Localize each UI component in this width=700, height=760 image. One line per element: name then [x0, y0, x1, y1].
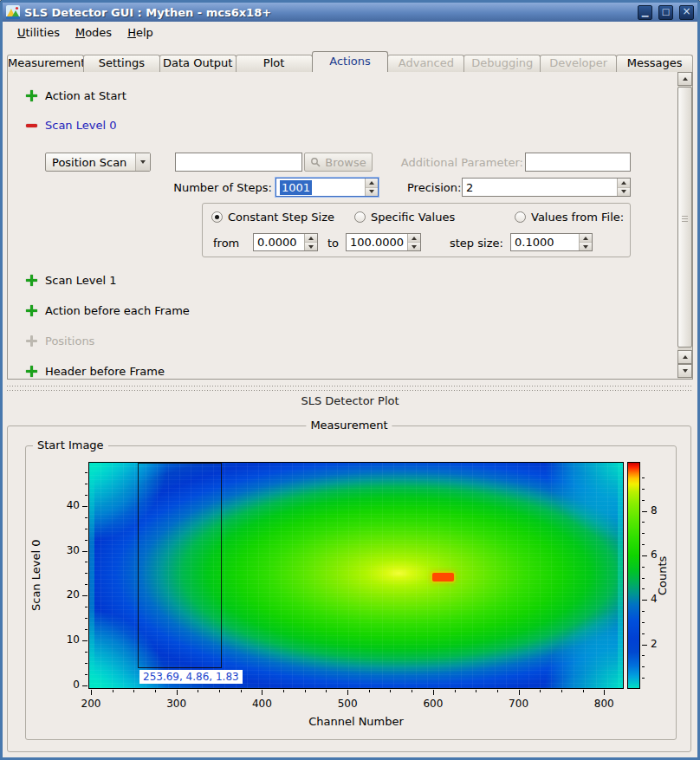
- scan-mode-select[interactable]: Position Scan: [45, 153, 151, 172]
- start-image-groupbox: Start Image Scan Level 0 010203040 253.6…: [25, 445, 677, 740]
- specific-values-radio[interactable]: Specific Values: [354, 211, 455, 224]
- collapse-scan-level-0-icon[interactable]: [26, 120, 37, 131]
- scroll-up-button[interactable]: [677, 72, 692, 86]
- tick-mark: [113, 690, 113, 692]
- tab-data-output[interactable]: Data Output: [159, 55, 237, 72]
- tab-actions[interactable]: Actions: [312, 51, 389, 72]
- number-of-steps-spinbox[interactable]: 1001: [275, 178, 379, 197]
- tick-label: 500: [334, 698, 361, 710]
- tab-measurement[interactable]: Measurement: [7, 55, 84, 72]
- menu-help[interactable]: Help: [120, 24, 161, 41]
- tick-mark: [369, 690, 370, 692]
- menubar: Utilities Modes Help: [3, 22, 697, 42]
- precision-spinbox[interactable]: 2: [462, 178, 631, 197]
- from-label: from: [213, 237, 239, 250]
- tick-mark: [219, 690, 220, 692]
- precision-value: 2: [463, 181, 617, 194]
- spin-down-button[interactable]: [580, 243, 592, 250]
- actions-pane: Action at Start Scan Level 0 Position Sc…: [7, 71, 693, 380]
- maximize-button[interactable]: □: [658, 5, 673, 20]
- tab-bar: Measurement Settings Data Output Plot Ac…: [7, 51, 693, 72]
- expand-header-before-frame-icon[interactable]: [26, 366, 37, 377]
- header-before-frame-label: Header before Frame: [45, 365, 165, 378]
- heatmap-plot[interactable]: 253.69, 4.86, 1.83: [88, 462, 624, 689]
- tab-advanced: Advanced: [387, 55, 464, 72]
- minimize-button[interactable]: ▁: [638, 5, 652, 20]
- tick-label: 300: [163, 698, 191, 710]
- spin-down-button[interactable]: [366, 188, 378, 197]
- expand-positions-icon: [26, 335, 37, 347]
- additional-parameter-input[interactable]: [525, 153, 631, 172]
- tick-mark: [642, 678, 645, 679]
- tick-mark: [347, 690, 348, 695]
- tick-mark: [412, 690, 412, 692]
- scan-script-input[interactable]: [175, 153, 302, 172]
- tick-mark: [455, 690, 456, 692]
- tick-mark: [82, 551, 88, 552]
- step-size-spinbox[interactable]: 0.1000: [510, 233, 593, 251]
- tick-mark: [85, 573, 88, 574]
- to-spinbox[interactable]: 100.0000: [346, 233, 421, 251]
- spin-down-button[interactable]: [408, 243, 420, 250]
- tab-messages[interactable]: Messages: [616, 55, 693, 72]
- step-options-groupbox: Constant Step Size Specific Values Value…: [202, 203, 631, 257]
- tick-mark: [390, 690, 391, 692]
- tick-mark: [85, 652, 88, 653]
- expand-action-at-start-icon[interactable]: [26, 90, 37, 101]
- tick-mark: [642, 489, 645, 490]
- constant-step-size-label: Constant Step Size: [228, 211, 334, 224]
- spin-down-button[interactable]: [305, 243, 317, 250]
- scroll-down-button[interactable]: [677, 364, 692, 378]
- expand-action-before-frame-icon[interactable]: [26, 305, 37, 316]
- menu-utilities[interactable]: Utilities: [10, 24, 68, 41]
- titlebar[interactable]: SLS Detector GUI : Mythen - mcs6x18+ ▁ □…: [3, 3, 697, 22]
- tick-mark: [642, 633, 645, 634]
- tick-label: 30: [67, 544, 80, 556]
- number-of-steps-value: 1001: [280, 180, 312, 195]
- spin-up-button[interactable]: [408, 234, 420, 243]
- spin-up-button[interactable]: [618, 179, 630, 188]
- spin-up-button[interactable]: [366, 179, 378, 188]
- scroll-up-button-2[interactable]: [677, 350, 692, 364]
- expand-scan-level-1-icon[interactable]: [26, 275, 37, 286]
- tick-label: 800: [590, 698, 618, 710]
- tick-mark: [642, 645, 647, 646]
- radio-circle: [354, 211, 366, 223]
- values-from-file-radio[interactable]: Values from File:: [515, 211, 624, 224]
- tab-settings[interactable]: Settings: [83, 55, 160, 72]
- tick-mark: [85, 472, 88, 473]
- colorbar-title: Counts: [656, 462, 669, 689]
- tick-mark: [561, 690, 562, 692]
- tick-mark: [85, 529, 88, 529]
- tick-mark: [497, 690, 498, 692]
- spin-down-button[interactable]: [618, 188, 630, 197]
- scan-mode-value: Position Scan: [52, 156, 126, 169]
- spin-up-button[interactable]: [580, 234, 592, 243]
- peak-intensity-spot: [432, 573, 454, 581]
- tick-mark: [642, 655, 645, 656]
- values-from-file-label: Values from File:: [531, 211, 624, 224]
- combo-dropdown-icon[interactable]: [135, 153, 150, 171]
- browse-icon: [310, 157, 321, 167]
- start-image-group-title: Start Image: [33, 438, 108, 451]
- tab-plot[interactable]: Plot: [236, 55, 313, 72]
- number-of-steps-label: Number of Steps:: [159, 181, 272, 194]
- menu-modes[interactable]: Modes: [68, 24, 120, 41]
- x-axis-title: Channel Number: [88, 715, 624, 728]
- precision-label: Precision:: [407, 181, 461, 194]
- tick-mark: [177, 690, 178, 695]
- vertical-scrollbar[interactable]: [677, 72, 692, 379]
- tick-mark: [241, 690, 242, 692]
- plot-dock-title: SLS Detector Plot: [3, 394, 697, 407]
- close-button[interactable]: ×: [679, 5, 694, 20]
- constant-step-size-radio[interactable]: Constant Step Size: [211, 211, 334, 224]
- tick-mark: [433, 690, 434, 695]
- scrollbar-thumb[interactable]: [677, 87, 692, 348]
- step-size-label: step size:: [450, 237, 503, 250]
- spin-up-button[interactable]: [305, 234, 317, 243]
- from-spinbox[interactable]: 0.0000: [253, 233, 318, 251]
- tick-label: 10: [67, 633, 80, 646]
- to-value: 100.0000: [347, 236, 407, 249]
- app-icon: [6, 5, 20, 19]
- from-value: 0.0000: [254, 236, 304, 249]
